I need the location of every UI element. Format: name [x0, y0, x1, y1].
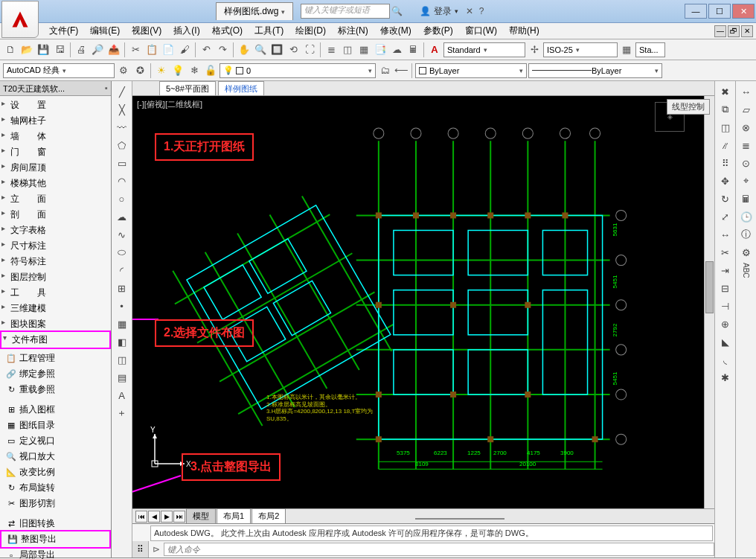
cmd-rotate-layout[interactable]: ↻布局旋转 — [0, 480, 111, 496]
break-at-icon[interactable]: ⊟ — [718, 281, 733, 296]
document-title-tab[interactable]: 样例图纸.dwg ▾ — [216, 2, 293, 20]
region-icon[interactable]: ◫ — [115, 352, 129, 367]
list-icon[interactable]: ≣ — [739, 138, 754, 153]
exchange-icon[interactable]: ✕ — [466, 6, 473, 16]
scrollbar-thumb[interactable] — [705, 261, 714, 313]
help-search-input[interactable]: 键入关键字或短语 — [301, 4, 390, 19]
plot-icon[interactable]: 🖨 — [74, 42, 89, 57]
properties-icon[interactable]: ≣ — [324, 42, 339, 57]
cmd-viewport-zoom[interactable]: 🔍视口放大 — [0, 449, 111, 464]
table-style-icon[interactable]: ▦ — [619, 42, 634, 57]
add-selected-icon[interactable]: ＋ — [115, 406, 129, 421]
command-history[interactable]: Autodesk DWG。 此文件上次由 Autodesk 应用程序或 Auto… — [150, 526, 713, 541]
rectangle-icon[interactable]: ▭ — [115, 156, 129, 170]
menu-view[interactable]: 视图(V) — [127, 23, 166, 39]
markup-icon[interactable]: ☁ — [389, 42, 404, 57]
publish-icon[interactable]: 📤 — [106, 42, 121, 57]
tool-palette-icon[interactable]: ▦ — [356, 42, 371, 57]
tree-room-roof[interactable]: 房间屋顶 — [0, 160, 111, 176]
undo-icon[interactable]: ↶ — [199, 42, 214, 57]
tree-dim[interactable]: 尺寸标注 — [0, 238, 111, 254]
cmd-convert-old[interactable]: ⇄旧图转换 — [0, 516, 111, 531]
tree-axis-column[interactable]: 轴网柱子 — [0, 113, 111, 129]
match-prop-icon[interactable]: 🖌 — [177, 42, 192, 57]
zoom-extents-icon[interactable]: ⛶ — [302, 42, 317, 57]
zoom-realtime-icon[interactable]: 🔍 — [253, 42, 268, 57]
extend-icon[interactable]: ⇥ — [718, 263, 733, 278]
table-icon[interactable]: ▤ — [115, 370, 129, 385]
cmd-sheet-index[interactable]: ▦图纸目录 — [0, 418, 111, 433]
layout-tab-1[interactable]: 布局1 — [217, 508, 251, 524]
workspace-settings-icon[interactable]: ⚙ — [116, 63, 131, 78]
layout-nav-prev[interactable]: ◀ — [148, 511, 160, 523]
status-icon[interactable]: ⓘ — [739, 227, 754, 242]
dim-style-icon[interactable]: ✢ — [527, 42, 542, 57]
minimize-button[interactable]: — — [685, 4, 707, 19]
area-icon[interactable]: ▱ — [739, 102, 754, 117]
cut-icon[interactable]: ✂ — [128, 42, 143, 57]
search-icon[interactable]: 🔍 — [390, 6, 405, 16]
arc-icon[interactable]: ◠ — [115, 173, 129, 188]
locate-icon[interactable]: ⌖ — [739, 173, 754, 188]
abc-find-icon[interactable]: ABC — [739, 263, 754, 278]
maximize-button[interactable]: ☐ — [708, 4, 731, 19]
ucs-icon[interactable]: X Y — [147, 427, 192, 471]
tree-door-window[interactable]: 门 窗 — [0, 144, 111, 160]
cmd-define-viewport[interactable]: ▭定义视口 — [0, 433, 111, 449]
new-icon[interactable]: 🗋 — [3, 42, 18, 57]
menu-help[interactable]: 帮助(H) — [504, 23, 544, 39]
copy-icon[interactable]: 📋 — [144, 42, 159, 57]
table-style-dropdown[interactable]: Sta... — [635, 42, 665, 57]
mtext-icon[interactable]: A — [115, 388, 129, 403]
cmd-export-whole[interactable]: 💾整图导出 — [0, 530, 111, 549]
circle-icon[interactable]: ○ — [115, 191, 129, 206]
menu-format[interactable]: 格式(O) — [208, 23, 247, 39]
doc-minimize-button[interactable]: — — [714, 25, 726, 37]
tree-file-layout[interactable]: 文件布图 — [0, 330, 111, 349]
gear-icon[interactable]: ✪ — [132, 63, 147, 78]
menu-window[interactable]: 窗口(W) — [461, 23, 502, 39]
menu-parametric[interactable]: 参数(P) — [419, 23, 458, 39]
workspace-dropdown[interactable]: AutoCAD 经典▾ — [3, 63, 115, 78]
rotate-icon[interactable]: ↻ — [718, 191, 733, 206]
time-icon[interactable]: 🕒 — [739, 209, 754, 224]
array-icon[interactable]: ⠿ — [718, 156, 733, 170]
menu-draw[interactable]: 绘图(D) — [291, 23, 330, 39]
offset-icon[interactable]: ⫽ — [718, 138, 733, 153]
paste-icon[interactable]: 📄 — [161, 42, 176, 57]
scrollbar-thumb[interactable] — [415, 518, 504, 520]
ellipse-icon[interactable]: ⬭ — [115, 245, 129, 260]
drawing-tab-plan[interactable]: 5~8#平面图 — [159, 81, 216, 95]
design-center-icon[interactable]: ◫ — [340, 42, 355, 57]
quickcalc-icon[interactable]: 🖩 — [739, 191, 754, 206]
mirror-icon[interactable]: ◫ — [718, 120, 733, 135]
block-icon[interactable]: ⊞ — [115, 281, 129, 296]
doc-restore-button[interactable]: 🗗 — [728, 25, 740, 37]
tree-symbol[interactable]: 符号标注 — [0, 254, 111, 269]
massprops-icon[interactable]: ⊗ — [739, 120, 754, 135]
chamfer-icon[interactable]: ◣ — [718, 334, 733, 349]
tree-text-table[interactable]: 文字表格 — [0, 223, 111, 238]
trim-icon[interactable]: ✂ — [718, 245, 733, 260]
pan-icon[interactable]: ✋ — [237, 42, 252, 57]
menu-modify[interactable]: 修改(M) — [376, 23, 416, 39]
menu-dimension[interactable]: 标注(N) — [333, 23, 373, 39]
gradient-icon[interactable]: ◧ — [115, 334, 129, 349]
tree-tools[interactable]: 工 具 — [0, 285, 111, 301]
zoom-prev-icon[interactable]: ⟲ — [286, 42, 301, 57]
explode-icon[interactable]: ✱ — [718, 370, 733, 385]
id-point-icon[interactable]: ⊙ — [739, 156, 754, 170]
palette-menu-icon[interactable]: ▪ — [105, 83, 108, 93]
move-icon[interactable]: ✥ — [718, 173, 733, 188]
cmd-bind-xref[interactable]: 🔗绑定参照 — [0, 366, 111, 382]
polygon-icon[interactable]: ⬠ — [115, 138, 129, 153]
xline-icon[interactable]: ╳ — [115, 102, 129, 117]
freeze-icon[interactable]: ❄ — [187, 63, 202, 78]
cmd-cut-drawing[interactable]: ✂图形切割 — [0, 496, 111, 511]
annotation-icon[interactable]: A — [427, 42, 442, 57]
erase-icon[interactable]: ✖ — [718, 84, 733, 99]
layer-prev-icon[interactable]: ⟵ — [394, 63, 409, 78]
sun-icon[interactable]: ☀ — [154, 63, 169, 78]
layer-dropdown[interactable]: 💡 0 ▾ — [220, 63, 376, 78]
calculator-icon[interactable]: 🖩 — [406, 42, 420, 57]
